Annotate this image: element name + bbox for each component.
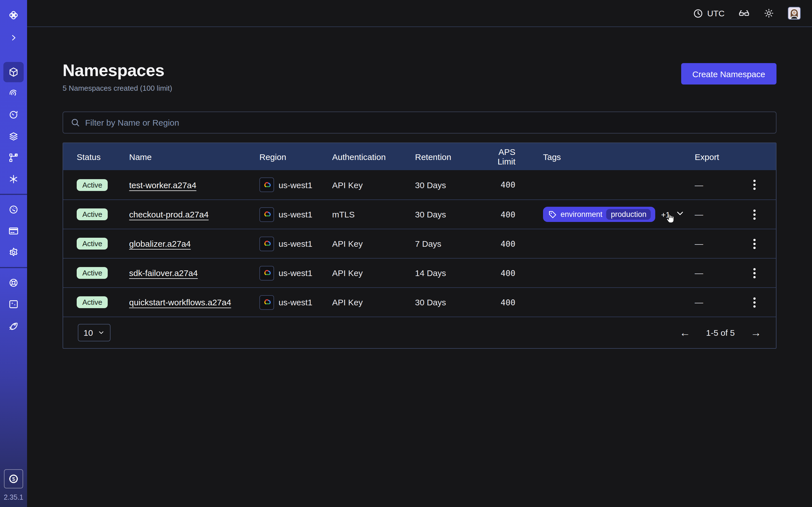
col-retention: Retention: [415, 152, 480, 161]
create-namespace-button[interactable]: Create Namespace: [681, 63, 776, 84]
app-window: $ 2.35.1 UTC: [0, 0, 812, 507]
sidebar-footer: $ 2.35.1: [4, 469, 23, 507]
region-cell: us-west1: [259, 266, 332, 280]
table-footer: 10 ← 1-5 of 5 →: [63, 317, 776, 348]
clock-icon: [693, 8, 703, 18]
svg-text:$: $: [12, 476, 15, 482]
temporal-logo-icon: [7, 9, 20, 21]
export-cell: —: [695, 200, 776, 229]
chevron-right-icon: [8, 33, 18, 43]
aps-cell: 400: [480, 180, 520, 189]
page-size-select[interactable]: 10: [78, 324, 110, 341]
region-label: us-west1: [278, 239, 312, 248]
accessibility-button[interactable]: [738, 7, 750, 19]
status-badge: Active: [77, 267, 108, 279]
timezone-selector[interactable]: UTC: [693, 8, 725, 18]
merge-branch-icon: [8, 152, 19, 163]
export-value: —: [695, 180, 703, 189]
screen-sparkles-icon: [8, 298, 19, 310]
table-row: Active quickstart-workflows.a27a4 us-wes…: [63, 287, 776, 317]
prev-page-button[interactable]: ←: [679, 327, 690, 338]
region-cell: us-west1: [259, 295, 332, 309]
sidebar-item-getting-started[interactable]: [3, 316, 24, 336]
temporal-logo[interactable]: [3, 5, 24, 25]
sidebar-item-workflows[interactable]: [3, 83, 24, 104]
tags-cell: environment production +1: [520, 207, 695, 222]
row-actions-kebab[interactable]: [750, 176, 759, 193]
sidebar-divider: [0, 267, 27, 268]
row-actions-kebab[interactable]: [750, 265, 759, 281]
next-page-button[interactable]: →: [751, 327, 761, 338]
filter-input[interactable]: [85, 118, 769, 127]
retention-cell: 30 Days: [415, 210, 480, 219]
name-cell: checkout-prod.a27a4: [129, 210, 259, 219]
namespace-link[interactable]: test-worker.a27a4: [129, 180, 196, 189]
table-header: Status Name Region Authentication Retent…: [63, 143, 776, 170]
sidebar-item-usage[interactable]: [3, 200, 24, 220]
col-region: Region: [259, 152, 332, 161]
sidebar-item-namespaces[interactable]: [3, 62, 24, 82]
filter-bar: [63, 112, 776, 133]
chevron-down-icon: [676, 209, 685, 218]
tags-expand-button[interactable]: [676, 209, 685, 220]
avatar-image: [788, 7, 800, 19]
gcp-cloud-icon: [259, 207, 274, 222]
table-body: Active test-worker.a27a4 us-west1 API Ke…: [63, 170, 776, 317]
export-cell: —: [695, 288, 776, 317]
tag-chip[interactable]: environment production: [543, 207, 656, 222]
namespace-link[interactable]: quickstart-workflows.a27a4: [129, 297, 231, 307]
col-tags: Tags: [520, 152, 695, 161]
status-cell: Active: [77, 296, 129, 308]
row-actions-kebab[interactable]: [750, 235, 759, 252]
sidebar-item-connections[interactable]: [3, 148, 24, 168]
sidebar-item-nexus[interactable]: [3, 169, 24, 189]
page-subtitle: 5 Namespaces created (100 limit): [63, 84, 172, 93]
page-heading: Namespaces 5 Namespaces created (100 lim…: [63, 61, 172, 93]
row-actions-kebab[interactable]: [750, 206, 759, 223]
sidebar-item-settings[interactable]: [3, 242, 24, 263]
sidebar-item-schedules[interactable]: [3, 105, 24, 125]
auth-cell: mTLS: [332, 210, 415, 219]
name-cell: sdk-failover.a27a4: [129, 268, 259, 278]
namespace-link[interactable]: sdk-failover.a27a4: [129, 268, 198, 278]
sidebar-item-feedback[interactable]: [3, 294, 24, 314]
region-label: us-west1: [278, 180, 312, 189]
sidebar-item-stacks[interactable]: [3, 126, 24, 147]
row-actions-kebab[interactable]: [750, 294, 759, 311]
user-avatar[interactable]: [788, 7, 801, 20]
tag-key: environment: [560, 210, 603, 219]
table-row: Active sdk-failover.a27a4 us-west1 API K…: [63, 258, 776, 287]
namespace-link[interactable]: checkout-prod.a27a4: [129, 210, 209, 219]
sidebar-expand-button[interactable]: [3, 27, 24, 48]
status-cell: Active: [77, 267, 129, 279]
gcp-cloud-icon: [259, 266, 274, 280]
status-badge: Active: [77, 238, 108, 249]
table-row: Active test-worker.a27a4 us-west1 API Ke…: [63, 170, 776, 200]
status-cell: Active: [77, 209, 129, 220]
retention-cell: 14 Days: [415, 268, 480, 278]
export-cell: —: [695, 229, 776, 258]
sidebar-item-support[interactable]: [3, 273, 24, 293]
theme-toggle[interactable]: [763, 8, 774, 18]
pricing-button[interactable]: $: [4, 469, 23, 489]
credit-card-icon: [8, 225, 19, 237]
retention-cell: 30 Days: [415, 297, 480, 307]
export-value: —: [695, 268, 703, 278]
tag-icon: [548, 210, 557, 219]
sidebar-item-billing[interactable]: [3, 221, 24, 241]
export-cell: —: [695, 259, 776, 287]
tag-more-count: +1: [661, 210, 670, 219]
sidebar: $ 2.35.1: [0, 0, 27, 507]
lifebuoy-icon: [8, 277, 19, 288]
retention-cell: 30 Days: [415, 180, 480, 189]
auth-cell: API Key: [332, 297, 415, 307]
table-row: Active globalizer.a27a4 us-west1 API Key…: [63, 229, 776, 258]
namespace-link[interactable]: globalizer.a27a4: [129, 239, 191, 248]
gcp-cloud-icon: [259, 236, 274, 251]
name-cell: globalizer.a27a4: [129, 239, 259, 248]
glasses-icon: [738, 7, 750, 19]
name-cell: test-worker.a27a4: [129, 180, 259, 189]
page-size-value: 10: [84, 328, 93, 337]
table-row: Active checkout-prod.a27a4 us-west1 mTLS…: [63, 200, 776, 229]
page-title: Namespaces: [63, 61, 172, 80]
